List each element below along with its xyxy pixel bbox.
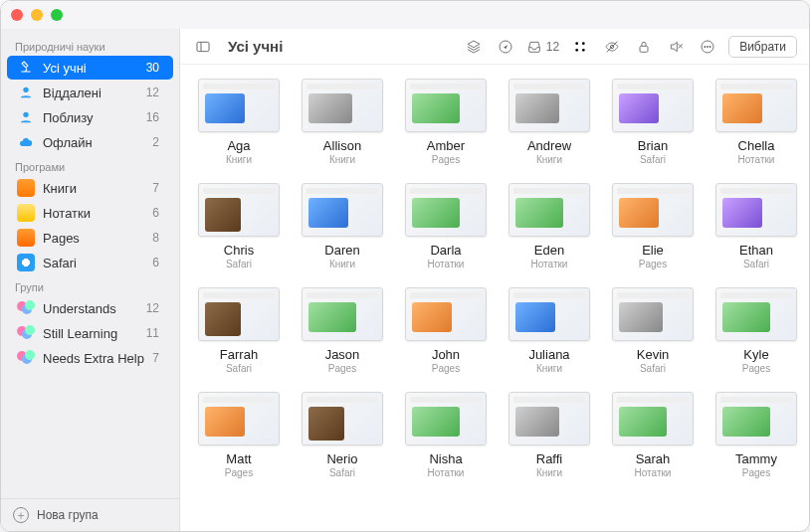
sidebar-section-title: Природничі науки <box>1 35 179 55</box>
sidebar-item-needs-extra-help[interactable]: Needs Extra Help7 <box>7 346 173 370</box>
minimize-window-button[interactable] <box>31 9 43 21</box>
window-controls <box>11 9 63 21</box>
student-card[interactable]: MattPages <box>198 392 280 478</box>
app-window: Природничі наукиУсі учні30Віддалені12Поб… <box>0 0 810 532</box>
student-card[interactable]: DarenКниги <box>302 183 383 269</box>
student-card[interactable]: AndrewКниги <box>508 79 590 165</box>
student-card[interactable]: JulianaКниги <box>508 287 590 374</box>
student-app: Книги <box>536 154 562 165</box>
compass-button[interactable] <box>495 36 516 58</box>
student-name: Amber <box>427 138 465 153</box>
sidebar-item-count: 7 <box>152 351 159 365</box>
student-name: Ethan <box>739 243 773 258</box>
student-app: Pages <box>432 154 460 165</box>
close-window-button[interactable] <box>11 9 23 21</box>
sidebar-item-pages[interactable]: Pages8 <box>7 226 173 250</box>
mute-button[interactable] <box>665 36 687 58</box>
student-card[interactable]: EliePages <box>612 183 694 269</box>
sidebar-item-safari[interactable]: Safari6 <box>7 251 173 274</box>
student-card[interactable]: AllisonКниги <box>302 79 383 165</box>
sidebar-item-count: 12 <box>146 301 159 315</box>
pages-icon <box>17 229 35 247</box>
sidebar-item-still-learning[interactable]: Still Learning11 <box>7 321 173 345</box>
sidebar-item-усі-учні[interactable]: Усі учні30 <box>7 56 173 80</box>
more-button[interactable] <box>697 36 718 58</box>
sidebar-item-офлайн[interactable]: Офлайн2 <box>7 130 173 154</box>
student-thumbnail <box>198 392 280 445</box>
svg-point-8 <box>582 49 585 52</box>
student-app: Нотатки <box>531 259 568 269</box>
inbox-button[interactable]: 12 <box>526 36 559 58</box>
student-name: Andrew <box>527 138 571 153</box>
student-card[interactable]: EdenНотатки <box>508 183 590 269</box>
student-card[interactable]: RaffiКниги <box>508 392 590 478</box>
grid-button[interactable] <box>569 36 591 58</box>
sidebar-item-label: Still Learning <box>43 326 146 341</box>
student-thumbnail <box>612 183 694 237</box>
student-thumbnail <box>508 183 590 237</box>
sidebar-item-віддалені[interactable]: Віддалені12 <box>7 81 173 104</box>
svg-point-17 <box>709 46 711 48</box>
lock-button[interactable] <box>633 36 655 58</box>
student-card[interactable]: DarlaНотатки <box>405 183 487 269</box>
sidebar-item-understands[interactable]: Understands12 <box>7 296 173 320</box>
student-name: Elie <box>642 243 664 258</box>
student-card[interactable]: JohnPages <box>405 287 487 374</box>
student-name: Kevin <box>637 347 670 362</box>
student-app: Safari <box>226 363 252 374</box>
student-card[interactable]: NishaНотатки <box>405 392 487 478</box>
student-name: Jason <box>325 347 360 362</box>
student-name: John <box>432 347 460 362</box>
student-card[interactable]: EthanSafari <box>715 183 797 269</box>
student-thumbnail <box>198 287 280 341</box>
student-app: Книги <box>536 363 562 374</box>
sidebar-item-label: Поблизу <box>43 110 146 125</box>
titlebar <box>1 1 809 29</box>
student-app: Pages <box>432 363 460 374</box>
student-name: Farrah <box>220 347 258 362</box>
student-card[interactable]: AgaКниги <box>198 79 280 165</box>
student-thumbnail <box>508 392 590 445</box>
sidebar-item-книги[interactable]: Книги7 <box>7 176 173 200</box>
student-card[interactable]: ChrisSafari <box>198 183 280 269</box>
sidebar-item-нотатки[interactable]: Нотатки6 <box>7 201 173 225</box>
eye-button[interactable] <box>601 36 623 58</box>
student-name: Aga <box>227 138 250 153</box>
student-thumbnail <box>302 79 383 132</box>
select-button[interactable]: Вибрати <box>728 36 797 58</box>
student-thumbnail <box>715 183 797 237</box>
person-blue-icon <box>17 84 35 101</box>
student-card[interactable]: SarahНотатки <box>612 392 694 478</box>
student-name: Matt <box>226 451 251 466</box>
student-card[interactable]: BrianSafari <box>612 79 694 165</box>
student-app: Safari <box>743 259 769 269</box>
new-group-button[interactable]: ＋ Нова група <box>1 498 179 531</box>
safari-icon <box>17 254 35 271</box>
sidebar-item-поблизу[interactable]: Поблизу16 <box>7 105 173 129</box>
student-card[interactable]: TammyPages <box>715 392 797 478</box>
student-card[interactable]: KylePages <box>715 287 797 374</box>
svg-point-1 <box>23 112 28 117</box>
page-title: Усі учні <box>228 38 283 55</box>
sidebar: Природничі наукиУсі учні30Віддалені12Поб… <box>1 29 180 531</box>
student-card[interactable]: NerioSafari <box>302 392 383 478</box>
student-thumbnail <box>405 79 487 132</box>
student-name: Juliana <box>528 347 569 362</box>
student-card[interactable]: FarrahSafari <box>198 287 280 374</box>
student-thumbnail <box>405 183 487 237</box>
student-thumbnail <box>508 287 590 341</box>
student-card[interactable]: JasonPages <box>302 287 383 374</box>
sidebar-item-label: Усі учні <box>43 61 146 76</box>
student-card[interactable]: ChellaНотатки <box>715 79 797 165</box>
zoom-window-button[interactable] <box>51 9 63 21</box>
sidebar-toggle-button[interactable] <box>192 36 214 58</box>
student-thumbnail <box>302 183 383 237</box>
student-card[interactable]: AmberPages <box>405 79 487 165</box>
student-app: Pages <box>225 467 253 478</box>
student-name: Daren <box>324 243 359 258</box>
sidebar-item-label: Віддалені <box>43 86 146 100</box>
stack-button[interactable] <box>463 36 485 58</box>
student-name: Brian <box>638 138 668 153</box>
student-card[interactable]: KevinSafari <box>612 287 694 374</box>
student-thumbnail <box>198 183 280 237</box>
